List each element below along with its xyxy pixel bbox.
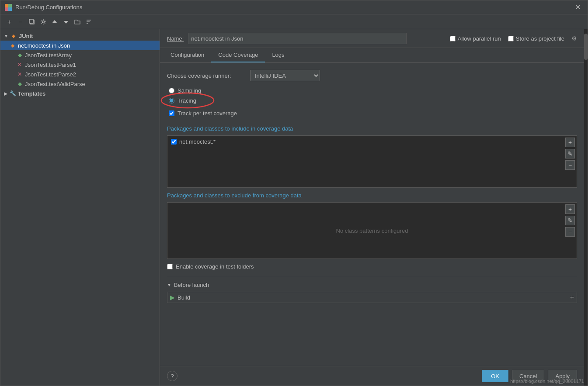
sidebar-item-3[interactable]: ✕ JsonTest.testParse1 [0,60,160,69]
enable-coverage-label: Enable coverage in test folders [176,263,254,270]
sidebar-item-label-5: JsonTest.testValidParse [25,81,85,87]
runner-dropdown[interactable]: IntelliJ IDEA JaCoCo Emma [250,70,320,81]
include-edit-btn[interactable]: ✎ [565,149,575,159]
ok-button[interactable]: OK [482,370,508,382]
store-as-project-label: Store as project file [516,35,564,42]
name-label: Name: [167,35,184,42]
name-input[interactable]: net.mooctest in Json [188,33,407,44]
test-icon-green-2: ◆ [16,80,23,87]
track-per-test-checkbox[interactable] [169,110,174,116]
svg-rect-3 [5,7,8,11]
sidebar-item-4[interactable]: ✕ JsonTest.testParse2 [0,69,160,79]
include-item-text: net.mooctest.* [179,138,216,145]
include-list-box: net.mooctest.* + ✎ − [167,135,577,188]
junit-icon: ◆ [10,32,17,39]
name-row: Name: net.mooctest in Json Allow paralle… [160,29,584,48]
exclude-add-btn[interactable]: + [565,204,575,214]
tab-code-coverage[interactable]: Code Coverage [211,48,265,62]
test-icon-red-2: ✕ [16,71,23,78]
tab-logs[interactable]: Logs [265,48,291,62]
scrollbar-thumb[interactable] [584,34,588,60]
exclude-remove-btn[interactable]: − [565,227,575,237]
sidebar-item-5[interactable]: ◆ JsonTest.testValidParse [0,79,160,89]
include-list-container: net.mooctest.* + ✎ − [167,135,577,188]
sidebar-item-label-2: JsonTest.testArray [25,52,72,59]
svg-rect-5 [29,19,33,23]
wrench-icon: 🔧 [9,90,16,97]
sampling-radio[interactable] [169,88,174,93]
before-launch-header: ▼ Before launch [167,282,577,288]
sidebar-item-2[interactable]: ◆ JsonTest.testArray [0,50,160,60]
store-as-project-row: Store as project file [508,35,564,42]
remove-config-button[interactable]: − [15,17,26,27]
include-item-checkbox[interactable] [171,139,177,145]
dialog-title: Run/Debug Configurations [15,4,572,10]
watermark: https://blog.csdn.net/qq_20001171 [510,379,584,384]
build-arrow-icon: ▶ [170,294,175,301]
copy-config-button[interactable] [27,17,37,27]
collapse-icon[interactable]: ▼ [167,283,171,287]
store-as-project-checkbox[interactable] [508,36,514,41]
svg-point-6 [42,21,45,23]
bottom-area: ? OK Cancel Apply https://blog.csdn.net/… [160,366,584,386]
include-remove-btn[interactable]: − [565,160,575,170]
allow-parallel-label: Allow parallel run [458,35,501,42]
no-class-text: No class patterns configured [336,227,408,234]
close-button[interactable]: ✕ [572,2,583,12]
name-options: Allow parallel run Store as project file… [450,35,577,42]
sort-button[interactable] [84,17,94,27]
sidebar-group-junit[interactable]: ▼ ◆ JUnit [0,31,160,41]
include-section-label: Packages and classes to include in cover… [167,125,577,132]
allow-parallel-checkbox[interactable] [450,36,456,41]
tracing-radio[interactable] [169,98,174,103]
track-row: Track per test coverage [167,110,577,117]
include-add-btn[interactable]: + [565,138,575,147]
build-row: ▶ Build + [167,292,577,303]
run-debug-dialog: Run/Debug Configurations ✕ + − [0,0,588,386]
panel-content: Choose coverage runner: IntelliJ IDEA Ja… [160,63,584,366]
settings-button[interactable] [38,17,49,27]
sidebar-item-label-4: JsonTest.testParse2 [25,71,76,78]
folder-button[interactable] [72,17,83,27]
runner-row: Choose coverage runner: IntelliJ IDEA Ja… [167,70,577,81]
test-icon-red-1: ✕ [16,61,23,68]
exclude-list-container: No class patterns configured + ✎ − [167,202,577,259]
help-button[interactable]: ? [167,371,177,381]
include-list-actions: + ✎ − [565,138,575,170]
enable-coverage-row: Enable coverage in test folders [167,263,577,270]
track-per-test-label: Track per test coverage [177,110,237,117]
expand-icon: ▼ [4,34,8,38]
build-label: Build [177,294,190,301]
build-add-btn[interactable]: + [570,293,574,301]
tabs-row: Configuration Code Coverage Logs [160,48,584,63]
svg-rect-0 [5,4,8,7]
sidebar-group-label: JUnit [19,33,33,39]
include-item: net.mooctest.* [169,138,575,146]
toolbar: + − [0,14,588,29]
runner-label: Choose coverage runner: [167,72,246,79]
move-down-button[interactable] [61,17,71,27]
sidebar-item-selected[interactable]: ◆ net.mooctest in Json [0,41,160,50]
right-panel: Name: net.mooctest in Json Allow paralle… [160,29,584,386]
enable-coverage-checkbox[interactable] [167,264,173,269]
scrollbar-track[interactable] [584,29,588,386]
sidebar-group-templates[interactable]: ▶ 🔧 Templates [0,89,160,98]
exclude-section: Packages and classes to exclude from cov… [167,192,577,259]
move-up-button[interactable] [49,17,60,27]
tracing-highlight: Tracing [169,97,196,104]
add-config-button[interactable]: + [4,17,14,27]
exclude-list-actions: + ✎ − [565,204,575,237]
svg-rect-2 [8,4,12,7]
radio-group: Sampling Tracing [167,87,577,104]
gear-icon[interactable]: ⚙ [571,35,577,42]
build-left: ▶ Build [170,294,190,301]
svg-rect-1 [8,7,12,11]
svg-marker-7 [52,20,57,23]
sidebar-item-label-1: net.mooctest in Json [18,42,70,49]
tab-configuration[interactable]: Configuration [164,48,211,62]
tracing-label: Tracing [177,97,196,104]
exclude-section-label: Packages and classes to exclude from cov… [167,192,577,199]
title-bar: Run/Debug Configurations ✕ [0,0,588,14]
svg-marker-8 [64,21,68,24]
exclude-edit-btn[interactable]: ✎ [565,216,575,225]
